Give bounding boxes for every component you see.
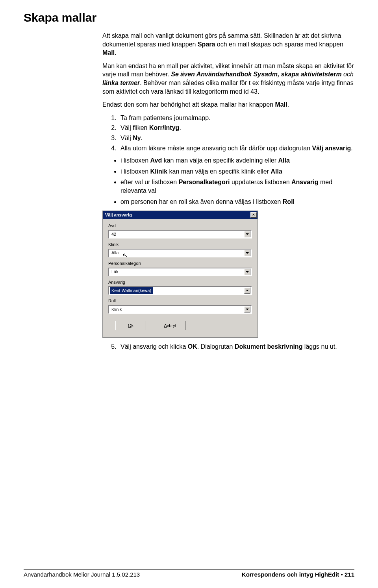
step-3: Välj Ny.	[118, 134, 354, 142]
step-1: Ta fram patientens journalmapp.	[118, 114, 354, 122]
bold-text: Spara	[198, 41, 215, 48]
field-avd: Avd 42	[108, 223, 252, 239]
ordered-steps: Ta fram patientens journalmapp. Välj fli…	[102, 114, 354, 152]
step-4: Alla utom läkare måste ange ansvarig och…	[118, 144, 354, 153]
dialog-titlebar: Välj ansvarig ×	[103, 211, 258, 219]
chevron-down-icon[interactable]	[244, 287, 250, 294]
text: i listboxen	[120, 157, 150, 164]
field-klinik: Klinik Alla ↖	[108, 242, 252, 257]
footer-right: Korrespondens och intyg HighEdit • 211	[242, 571, 354, 578]
bold-text: Välj ansvarig	[312, 145, 351, 152]
button-label: vbryt	[167, 323, 176, 328]
chevron-down-icon[interactable]	[244, 306, 250, 312]
combo-roll[interactable]: Klinik	[108, 305, 252, 314]
bold-text: Roll	[283, 198, 295, 205]
footer-page-number: 211	[345, 571, 354, 578]
text: i listboxen	[120, 168, 150, 175]
text: .	[141, 135, 143, 141]
bold-text: Ny	[133, 135, 141, 141]
paragraph-1: Att skapa mall och vanligt dokument görs…	[102, 31, 354, 57]
text: Välj ansvarig och klicka	[120, 343, 188, 350]
footer-section: Korrespondens och intyg HighEdit	[242, 571, 339, 578]
button-label: k	[132, 323, 134, 328]
combo-value: Läk	[111, 269, 119, 275]
chevron-down-icon[interactable]	[244, 231, 250, 237]
bold-text: Avd	[150, 157, 162, 164]
label-klinik: Klinik	[108, 242, 252, 248]
field-personalkategori: Personalkategori Läk	[108, 261, 252, 276]
italic-bold-text: länka termer	[102, 80, 140, 86]
step-2: Välj fliken Korr/Intyg.	[118, 124, 354, 132]
footer-separator: •	[339, 571, 345, 578]
text: och en mall skapas och sparas med knappe…	[215, 41, 343, 48]
bold-text: Mall	[275, 101, 287, 108]
bullet-list: i listboxen Avd kan man välja en specifi…	[102, 156, 354, 206]
button-hotkey: A	[164, 323, 167, 328]
italic-bold-text: Se även Användarhandbok Sysadm, skapa ak…	[171, 71, 341, 78]
combo-personalkategori[interactable]: Läk	[108, 268, 252, 276]
close-icon[interactable]: ×	[250, 212, 257, 218]
bold-text: Alla	[278, 157, 290, 164]
dialog-valj-ansvarig: Välj ansvarig × Avd 42 Klinik Alla	[102, 211, 258, 338]
paragraph-3: Endast den som har behörighet att skapa …	[102, 100, 354, 109]
cancel-button[interactable]: Avbryt	[155, 321, 185, 330]
combo-value: Alla	[111, 250, 119, 256]
text: Endast den som har behörighet att skapa …	[102, 101, 275, 108]
step-5: Välj ansvarig och klicka OK. Dialogrutan…	[118, 342, 354, 351]
bold-text: Korr/Intyg	[149, 124, 179, 131]
body-content: Att skapa mall och vanligt dokument görs…	[102, 31, 354, 351]
bullet-2: i listboxen Klinik kan man välja en spec…	[120, 167, 354, 176]
italic-text: och	[342, 71, 354, 78]
text: .	[115, 49, 116, 56]
field-roll: Roll Klinik	[108, 298, 252, 314]
chevron-down-icon[interactable]	[244, 250, 250, 256]
label-personalkategori: Personalkategori	[108, 261, 252, 266]
text: .	[179, 124, 181, 131]
paragraph-2: Man kan endast ha en mall per aktivitet,…	[102, 62, 354, 96]
field-ansvarig: Ansvarig Kent Wallman(kewa)	[108, 279, 252, 295]
dialog-button-row: Ok Avbryt	[115, 321, 252, 330]
text: kan man välja en specifik avdelning elle…	[162, 157, 278, 164]
footer-left: Användarhandbok Melior Journal 1.5.02.21…	[24, 571, 140, 578]
combo-avd[interactable]: 42	[108, 230, 252, 239]
bold-text: Personalkategori	[179, 179, 230, 185]
document-page: Skapa mallar Att skapa mall och vanligt …	[0, 0, 378, 588]
ordered-steps-continued: Välj ansvarig och klicka OK. Dialogrutan…	[102, 342, 354, 351]
label-roll: Roll	[108, 298, 252, 304]
ok-button[interactable]: Ok	[115, 321, 146, 330]
bullet-3: efter val ur listboxen Personalkategori …	[120, 178, 354, 195]
page-footer: Användarhandbok Melior Journal 1.5.02.21…	[24, 569, 354, 578]
text: . Behöver man således olika mallar för t…	[102, 80, 354, 95]
combo-value-selected: Kent Wallman(kewa)	[110, 287, 153, 294]
bold-text: Ansvarig	[291, 179, 318, 185]
text: .	[287, 101, 289, 108]
bullet-1: i listboxen Avd kan man välja en specifi…	[120, 156, 354, 165]
text: efter val ur listboxen	[120, 179, 179, 185]
combo-value: 42	[111, 231, 116, 237]
label-avd: Avd	[108, 223, 252, 229]
button-hotkey: O	[128, 323, 132, 328]
text: . Dialogrutan	[197, 343, 235, 350]
bullet-4: om personen har en roll ska även denna v…	[120, 198, 354, 206]
text: Välj fliken	[120, 124, 149, 131]
text: läggs nu ut.	[302, 343, 337, 350]
text: uppdateras listboxen	[230, 179, 291, 185]
text: Ta fram patientens journalmapp.	[120, 115, 211, 121]
dialog-title-text: Välj ansvarig	[105, 212, 132, 218]
bold-text: Klinik	[150, 168, 168, 175]
combo-ansvarig[interactable]: Kent Wallman(kewa)	[108, 286, 252, 295]
bold-text: Mall	[102, 49, 115, 56]
page-title: Skapa mallar	[24, 11, 354, 24]
label-ansvarig: Ansvarig	[108, 279, 252, 285]
text: kan man välja en specifik klinik eller	[167, 168, 271, 175]
combo-value: Klinik	[111, 307, 122, 312]
dialog-body: Avd 42 Klinik Alla ↖ Personalkategori	[103, 219, 258, 337]
bold-text: Alla	[271, 168, 282, 175]
text: Alla utom läkare måste ange ansvarig och…	[120, 145, 312, 152]
bold-text: Dokument beskrivning	[235, 343, 302, 350]
text: Välj	[120, 135, 133, 141]
combo-klinik[interactable]: Alla	[108, 249, 252, 257]
bold-text: OK	[188, 343, 197, 350]
text: om personen har en roll ska även denna v…	[120, 198, 283, 205]
chevron-down-icon[interactable]	[244, 269, 250, 275]
